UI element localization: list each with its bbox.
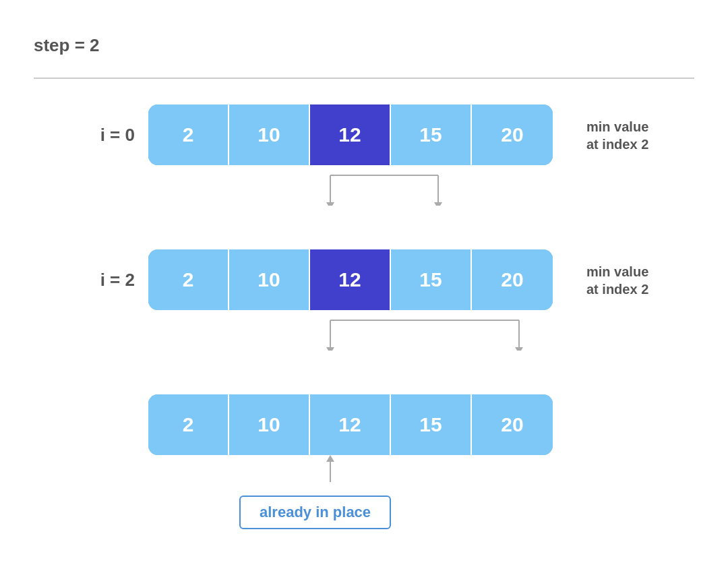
bracket-row2	[290, 310, 559, 351]
array-container-2: 2 10 12 15 20	[148, 249, 553, 310]
row2-side-label: min valueat index 2	[586, 263, 648, 298]
array-row-3: i = 0 2 10 12 15 20	[88, 394, 553, 455]
row1-side-label: min valueat index 2	[586, 118, 648, 153]
cell-3-4: 20	[472, 394, 553, 455]
cell-2-0: 2	[148, 249, 229, 310]
page: step = 2 i = 0 2 10 12 15 20 min valueat…	[0, 0, 728, 569]
cell-1-1: 10	[229, 104, 310, 165]
array-container-1: 2 10 12 15 20	[148, 104, 553, 165]
cell-2-1: 10	[229, 249, 310, 310]
arrow-up-to-row3	[322, 455, 338, 482]
cell-1-4: 20	[472, 104, 553, 165]
svg-marker-3	[326, 202, 334, 206]
array-container-3: 2 10 12 15 20	[148, 394, 553, 455]
bracket-row1	[290, 165, 479, 206]
cell-1-2: 12	[310, 104, 391, 165]
cell-3-3: 15	[391, 394, 472, 455]
svg-marker-8	[326, 347, 334, 351]
row1-label: i = 0	[88, 125, 135, 146]
svg-marker-4	[434, 202, 442, 206]
cell-1-3: 15	[391, 104, 472, 165]
array-row-1: i = 0 2 10 12 15 20	[88, 104, 553, 165]
svg-marker-9	[515, 347, 523, 351]
cell-2-4: 20	[472, 249, 553, 310]
step-label: step = 2	[34, 35, 100, 56]
already-in-place-label: already in place	[239, 496, 391, 529]
cell-3-0: 2	[148, 394, 229, 455]
svg-marker-11	[326, 455, 334, 462]
row2-label: i = 2	[88, 270, 135, 291]
cell-1-0: 2	[148, 104, 229, 165]
divider	[34, 78, 694, 79]
cell-3-1: 10	[229, 394, 310, 455]
cell-2-2: 12	[310, 249, 391, 310]
array-row-2: i = 2 2 10 12 15 20	[88, 249, 553, 310]
cell-3-2: 12	[310, 394, 391, 455]
cell-2-3: 15	[391, 249, 472, 310]
